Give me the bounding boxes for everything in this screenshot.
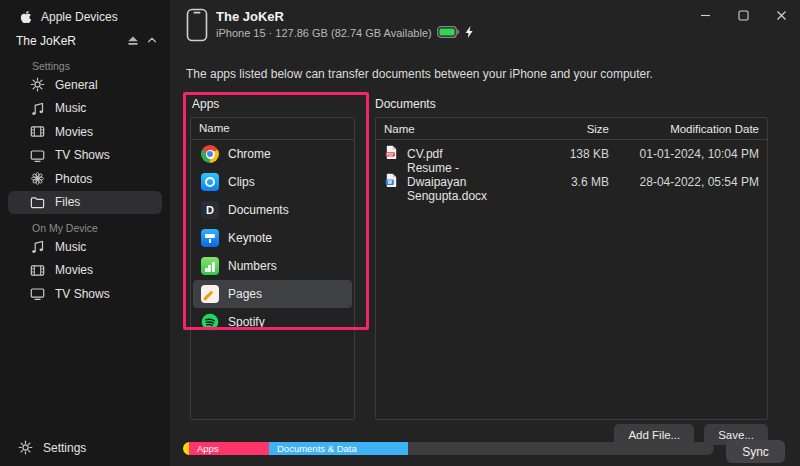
sidebar-item-label: Files <box>55 195 80 209</box>
minimize-button[interactable] <box>686 0 724 30</box>
app-name: Chrome <box>228 147 271 161</box>
window-controls <box>686 0 800 30</box>
documents-table-panel: Name Size Modification Date PDF CV.pdf 1… <box>375 117 768 420</box>
sidebar-item-label: TV Shows <box>55 148 110 162</box>
numbers-app-icon <box>201 257 219 275</box>
storage-usage-bar: Apps Documents & Data <box>183 442 714 455</box>
sidebar-item-tv-shows[interactable]: TV Shows <box>8 144 162 168</box>
keynote-app-icon <box>201 229 219 247</box>
documents-table-header: Name Size Modification Date <box>376 118 767 140</box>
settings-button[interactable]: Settings <box>18 440 86 455</box>
app-row-spotify[interactable]: Spotify <box>193 308 352 336</box>
sidebar-item-label: TV Shows <box>55 287 110 301</box>
photos-flower-icon <box>30 171 45 186</box>
sidebar-item-label: Movies <box>55 263 93 277</box>
apple-logo-icon <box>18 10 33 24</box>
apple-devices-window: Apple Devices The JoKeR Settings General <box>0 0 800 466</box>
document-name: CV.pdf <box>407 147 443 161</box>
app-name: Clips <box>228 175 255 189</box>
device-info: iPhone 15 · 127.86 GB (82.74 GB Availabl… <box>216 27 432 39</box>
document-date: 28-04-2022, 05:54 PM <box>609 175 767 189</box>
storage-segment-documents: Documents & Data <box>269 442 408 455</box>
word-file-icon: W <box>384 173 399 191</box>
clips-app-icon <box>201 173 219 191</box>
app-row-numbers[interactable]: Numbers <box>193 252 352 280</box>
sidebar-item-movies[interactable]: Movies <box>8 120 162 144</box>
sidebar-item-files[interactable]: Files <box>8 191 162 215</box>
sidebar-item-music[interactable]: Music <box>8 97 162 121</box>
sync-button[interactable]: Sync <box>726 440 785 463</box>
main-area: The JoKeR iPhone 15 · 127.86 GB (82.74 G… <box>170 0 800 466</box>
sidebar-item-device-tv-shows[interactable]: TV Shows <box>8 282 162 306</box>
document-row-resume-docx[interactable]: W Resume - Dwaipayan Sengupta.docx 3.6 M… <box>376 168 767 196</box>
document-size: 3.6 MB <box>521 175 609 189</box>
sidebar-item-photos[interactable]: Photos <box>8 167 162 191</box>
column-header-size: Size <box>521 123 609 135</box>
device-row[interactable]: The JoKeR <box>16 31 158 51</box>
device-name: The JoKeR <box>16 34 120 48</box>
app-row-documents[interactable]: Documents <box>193 196 352 224</box>
sidebar-item-device-movies[interactable]: Movies <box>8 259 162 283</box>
storage-segment-apps: Apps <box>189 442 269 455</box>
film-icon <box>30 263 45 278</box>
chrome-app-icon <box>201 145 219 163</box>
sidebar-item-label: Music <box>55 101 86 115</box>
iphone-icon <box>186 8 209 47</box>
documents-app-icon <box>201 201 219 219</box>
column-header-name: Name <box>376 123 521 135</box>
film-icon <box>30 124 45 139</box>
app-title-row: Apple Devices <box>18 10 118 24</box>
folder-icon <box>30 195 45 210</box>
eject-icon[interactable] <box>126 33 140 50</box>
spotify-app-icon <box>201 313 219 331</box>
tv-icon <box>30 148 45 163</box>
document-size: 138 KB <box>521 147 609 161</box>
chevron-up-icon[interactable] <box>146 34 158 49</box>
sidebar-item-label: Photos <box>55 172 92 186</box>
sidebar-item-label: Music <box>55 240 86 254</box>
gear-icon <box>18 440 33 455</box>
app-row-clips[interactable]: Clips <box>193 168 352 196</box>
section-label: Settings <box>0 54 170 73</box>
svg-text:PDF: PDF <box>387 153 394 157</box>
documents-panel-title: Documents <box>375 97 436 111</box>
app-name: Spotify <box>228 315 265 329</box>
settings-label: Settings <box>43 441 86 455</box>
app-row-pages-selected[interactable]: Pages <box>193 280 352 308</box>
sidebar-item-general[interactable]: General <box>8 73 162 97</box>
apps-list-panel: Name Chrome Clips Documents Keynote Numb… <box>190 117 355 420</box>
app-row-chrome[interactable]: Chrome <box>193 140 352 168</box>
app-title: Apple Devices <box>41 10 118 24</box>
pages-app-icon <box>201 285 219 303</box>
apps-column-header: Name <box>191 118 354 140</box>
sidebar-section-on-my-device: On My Device Music Movies TV Shows <box>0 216 170 306</box>
svg-text:W: W <box>388 180 393 185</box>
music-note-icon <box>30 101 45 116</box>
tv-icon <box>30 286 45 301</box>
column-header-date: Modification Date <box>609 123 767 135</box>
section-label: On My Device <box>0 216 170 235</box>
device-title: The JoKeR <box>216 9 284 24</box>
app-row-keynote[interactable]: Keynote <box>193 224 352 252</box>
sidebar: Apple Devices The JoKeR Settings General <box>0 0 170 466</box>
gear-icon <box>30 77 45 92</box>
app-name: Documents <box>228 203 289 217</box>
music-note-icon <box>30 239 45 254</box>
charging-bolt-icon <box>465 26 473 40</box>
sidebar-item-label: General <box>55 78 98 92</box>
app-name: Numbers <box>228 259 277 273</box>
apps-panel-title: Apps <box>192 97 219 111</box>
sidebar-section-settings: Settings General Music Movies <box>0 54 170 214</box>
transfer-description: The apps listed below can transfer docum… <box>186 67 653 81</box>
close-button[interactable] <box>762 0 800 30</box>
sidebar-item-device-music[interactable]: Music <box>8 235 162 259</box>
device-info-row: iPhone 15 · 127.86 GB (82.74 GB Availabl… <box>216 26 473 40</box>
app-name: Pages <box>228 287 262 301</box>
sidebar-item-label: Movies <box>55 125 93 139</box>
battery-icon <box>437 26 460 40</box>
app-name: Keynote <box>228 231 272 245</box>
maximize-button[interactable] <box>724 0 762 30</box>
document-name: Resume - Dwaipayan Sengupta.docx <box>407 161 521 203</box>
document-date: 01-01-2024, 10:04 PM <box>609 147 767 161</box>
